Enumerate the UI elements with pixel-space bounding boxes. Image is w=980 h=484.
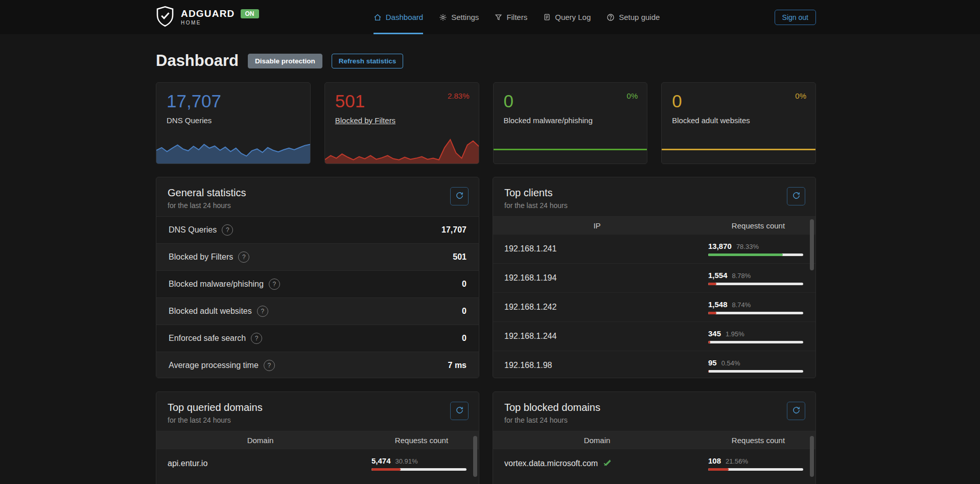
row-label: Enforced safe search [169,334,246,343]
column-header-domain: Domain [156,436,364,445]
dashboard-home-icon [374,13,382,21]
progress-bar [708,283,803,285]
scrollbar-thumb[interactable] [810,436,814,477]
help-icon[interactable]: ? [251,333,262,344]
progress-bar [708,341,803,343]
domain-row: api.entur.io 5,47430.91% [156,449,479,478]
top-clients-title: Top clients [504,187,804,199]
blocked-adult-flatline [662,149,815,150]
client-ip[interactable]: 192.168.1.241 [493,244,701,253]
scrollbar-thumb[interactable] [473,436,477,477]
help-icon[interactable]: ? [222,224,233,236]
help-icon[interactable]: ? [269,279,280,290]
domain-percent: 21.56% [726,457,748,465]
client-count: 95 [708,358,717,367]
refresh-icon [455,406,464,416]
general-statistics-rows: DNS Queries? 17,707 Blocked by Filters? … [156,216,479,378]
stat-row-dns-queries: DNS Queries? 17,707 [156,216,479,243]
client-ip[interactable]: 192.168.1.244 [493,332,701,341]
gear-icon [439,13,447,21]
refresh-top-queried-button[interactable] [450,402,469,420]
nav-tab-setup-guide-label: Setup guide [619,13,660,21]
dns-queries-sparkline [156,137,310,164]
client-count: 345 [708,329,721,338]
client-count: 1,548 [708,300,728,309]
blocked-domain[interactable]: vortex.data.microsoft.com [504,459,598,468]
top-blocked-table-header: Domain Requests count [493,431,815,449]
client-row: 192.168.1.244 3451.95% [493,321,815,351]
nav-tab-query-log[interactable]: Query Log [543,0,591,34]
signout-button[interactable]: Sign out [775,10,816,25]
top-clients-subtitle: for the last 24 hours [504,201,804,210]
blocked-adult-label: Blocked adult websites [662,111,815,125]
client-percent: 8.78% [732,272,751,280]
nav-tab-filters[interactable]: Filters [495,0,527,34]
brand-subtitle: HOME [181,20,259,26]
scrollbar-thumb[interactable] [810,219,814,270]
client-ip[interactable]: 192.168.1.194 [493,273,701,283]
nav-tab-settings-label: Settings [451,13,479,21]
general-statistics-panel: General statistics for the last 24 hours… [156,177,479,378]
top-queried-table-header: Domain Requests count [156,431,479,449]
question-circle-icon [606,13,615,21]
protection-on-badge: ON [241,9,259,18]
client-ip[interactable]: 192.168.1.242 [493,303,701,312]
top-blocked-domains-title: Top blocked domains [504,402,804,413]
refresh-top-blocked-button[interactable] [787,402,805,420]
blocked-malware-value: 0 [494,83,647,111]
blocked-filters-percent: 2.83% [448,91,470,100]
queried-domain[interactable]: api.entur.io [156,459,364,468]
row-value: 501 [453,252,466,262]
client-row: 192.168.1.241 13,87078.33% [493,234,815,263]
help-icon[interactable]: ? [264,360,275,371]
nav-tab-dashboard[interactable]: Dashboard [374,0,423,34]
refresh-top-clients-button[interactable] [787,187,805,205]
client-ip[interactable]: 192.168.1.98 [493,361,701,370]
stat-card-blocked-filters: 2.83% 501 Blocked by Filters [324,82,479,164]
disable-protection-button[interactable]: Disable protection [248,54,322,68]
refresh-statistics-button[interactable]: Refresh statistics [332,54,404,68]
refresh-icon [455,191,464,201]
nav-tab-settings[interactable]: Settings [439,0,479,34]
row-label: DNS Queries [169,225,217,235]
dns-queries-label: DNS Queries [156,111,310,125]
top-queried-domains-title: Top queried domains [168,402,468,413]
domain-count: 108 [708,456,721,465]
client-count: 1,554 [708,271,728,280]
blocked-filters-sparkline [325,137,479,164]
top-navbar: ADGUARD ON HOME Dashboard Settings [0,0,980,34]
domain-count: 5,474 [371,456,391,465]
stat-row-blocked-malware: Blocked malware/phishing? 0 [156,270,479,297]
help-icon[interactable]: ? [257,306,268,317]
top-blocked-domains-subtitle: for the last 24 hours [504,416,804,424]
general-statistics-subtitle: for the last 24 hours [168,201,468,210]
blocked-filters-link[interactable]: Blocked by Filters [335,116,395,125]
row-value: 0 [462,307,466,316]
check-slash-icon[interactable] [602,458,612,470]
nav-tab-setup-guide[interactable]: Setup guide [606,0,660,34]
top-blocked-domains-panel: Top blocked domains for the last 24 hour… [493,391,816,484]
blocked-adult-value: 0 [662,83,815,111]
blocked-malware-flatline [494,149,647,150]
adguard-home-logo[interactable]: ADGUARD ON HOME [156,6,259,29]
stat-row-safe-search: Enforced safe search? 0 [156,325,479,352]
page-head: Dashboard Disable protection Refresh sta… [156,52,816,70]
top-queried-domains-panel: Top queried domains for the last 24 hour… [156,391,479,484]
page-title: Dashboard [156,52,239,70]
document-icon [543,13,551,21]
progress-bar [708,468,803,471]
brand-name: ADGUARD [181,9,235,18]
row-value: 0 [462,334,466,343]
progress-bar [708,370,803,373]
client-percent: 8.74% [732,301,751,309]
column-header-ip: IP [493,221,701,230]
stat-card-dns-queries: 17,707 DNS Queries [156,82,311,164]
middle-panels: General statistics for the last 24 hours… [156,177,816,378]
funnel-icon [495,13,502,21]
domain-row: vortex.data.microsoft.com 10821.56% [493,449,815,478]
refresh-general-statistics-button[interactable] [450,187,469,205]
client-row: 192.168.1.242 1,5488.74% [493,292,815,321]
help-icon[interactable]: ? [238,251,249,263]
progress-bar [708,312,803,314]
top-queried-domains-subtitle: for the last 24 hours [168,416,468,424]
